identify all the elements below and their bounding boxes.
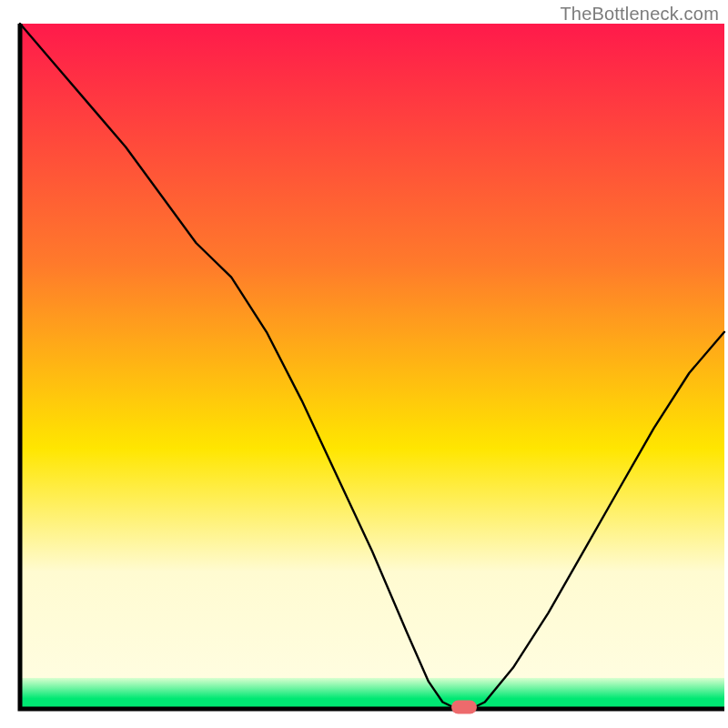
chart-stage: TheBottleneck.com xyxy=(0,0,728,728)
watermark-label: TheBottleneck.com xyxy=(560,4,719,25)
plot-background xyxy=(20,24,724,709)
minimum-marker xyxy=(451,700,477,713)
bottleneck-chart xyxy=(0,0,728,728)
